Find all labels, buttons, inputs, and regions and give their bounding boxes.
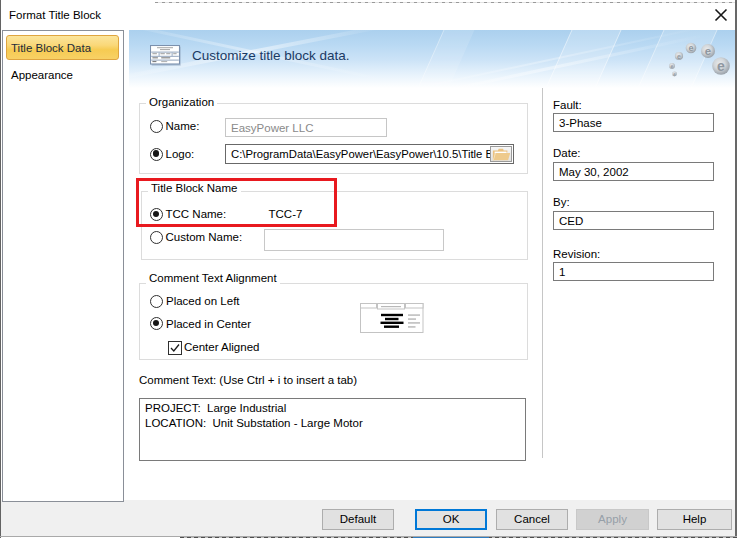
svg-text:e: e	[717, 58, 725, 74]
svg-text:e: e	[671, 63, 674, 69]
svg-text:e: e	[688, 43, 693, 53]
svg-text:e: e	[677, 53, 681, 60]
svg-text:e: e	[705, 45, 711, 57]
